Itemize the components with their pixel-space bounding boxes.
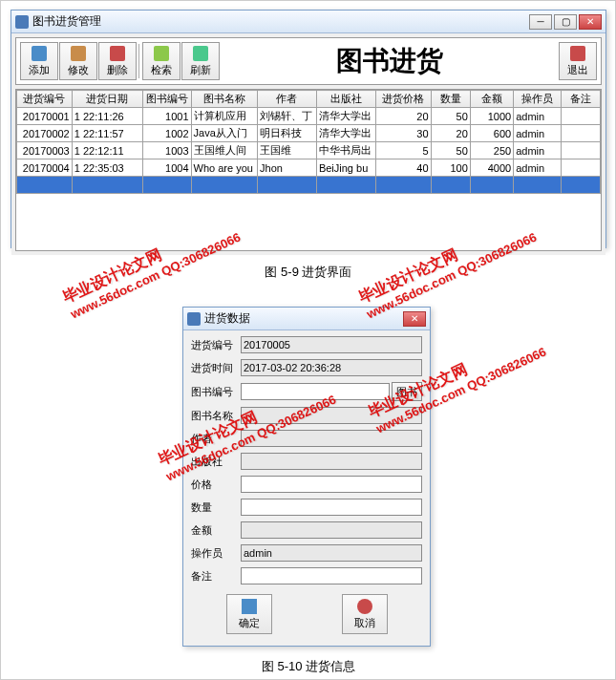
time-field	[241, 359, 422, 376]
edit-button[interactable]: 修改	[59, 42, 97, 80]
cell: Who are you	[191, 159, 257, 177]
cell: 清华大学出	[316, 108, 375, 125]
select-book-button[interactable]: 图书	[392, 382, 422, 401]
cell: 20170003	[17, 142, 73, 159]
table-row[interactable]: 201700031 22:12:111003王国维人间王国维中华书局出55025…	[17, 142, 601, 159]
save-icon	[242, 599, 257, 614]
cell: 20170002	[17, 125, 73, 142]
cell: 1 22:35:03	[72, 159, 142, 177]
column-header[interactable]: 操作员	[514, 91, 562, 108]
column-header[interactable]: 备注	[561, 91, 600, 108]
column-header[interactable]: 出版社	[316, 91, 375, 108]
bookid-label: 图书编号	[191, 385, 241, 399]
column-header[interactable]: 图书名称	[191, 91, 257, 108]
cell: 100	[431, 159, 470, 177]
cell: 1004	[143, 159, 192, 177]
bookname-label: 图书名称	[191, 409, 241, 423]
cell	[561, 108, 600, 125]
cell: 4000	[470, 159, 513, 177]
refresh-button[interactable]: 刷新	[181, 42, 220, 80]
column-header[interactable]: 进货编号	[17, 91, 73, 108]
close-button[interactable]: ✕	[579, 14, 602, 30]
id-label: 进货编号	[191, 338, 241, 352]
note-field[interactable]	[241, 567, 422, 584]
window-body: 添加 修改 删除 检索 刷新 图书进货 退出 进货编号进货日期图书编号图书名称作…	[11, 33, 605, 255]
cell: 20	[375, 108, 431, 125]
main-window: 图书进货管理 ─ ▢ ✕ 添加 修改 删除 检索 刷新 图书进货 退出 进货编号…	[11, 10, 606, 248]
cell: admin	[514, 125, 562, 142]
column-header[interactable]: 金额	[470, 91, 513, 108]
operator-label: 操作员	[191, 546, 241, 561]
cell: 50	[431, 108, 470, 125]
add-button[interactable]: 添加	[20, 42, 58, 80]
column-header[interactable]: 作者	[258, 91, 317, 108]
price-label: 价格	[191, 478, 241, 492]
qty-label: 数量	[191, 500, 241, 515]
ok-label: 确定	[239, 616, 260, 630]
cell: Java从入门	[191, 125, 257, 142]
dialog-body: 进货编号 进货时间 图书编号图书 图书名称 作者 出版社 价格 数量 金额 操作…	[183, 330, 430, 640]
toolbar: 添加 修改 删除 检索 刷新 图书进货 退出	[15, 37, 602, 85]
search-icon	[154, 46, 169, 61]
cell: 5	[375, 142, 431, 159]
maximize-button[interactable]: ▢	[554, 14, 577, 30]
add-icon	[32, 46, 47, 61]
dialog-titlebar: 进货数据 ✕	[183, 308, 430, 330]
search-button[interactable]: 检索	[142, 42, 181, 80]
cell: 刘锡轩、丁	[258, 108, 317, 125]
cell: admin	[514, 108, 562, 125]
cell: 中华书局出	[316, 142, 375, 159]
dialog-title: 进货数据	[204, 310, 403, 327]
cell: admin	[514, 142, 562, 159]
selected-row[interactable]	[17, 177, 601, 194]
dialog-icon	[187, 312, 201, 326]
data-grid[interactable]: 进货编号进货日期图书编号图书名称作者出版社进货价格数量金额操作员备注 20170…	[15, 89, 602, 251]
bookid-field[interactable]	[241, 383, 390, 400]
column-header[interactable]: 进货日期	[72, 91, 142, 108]
table-row[interactable]: 201700011 22:11:261001计算机应用刘锡轩、丁清华大学出205…	[17, 108, 601, 125]
cell: admin	[514, 159, 562, 177]
delete-label: 删除	[107, 63, 128, 77]
cancel-button[interactable]: 取消	[342, 594, 388, 634]
cell: 王国维	[258, 142, 317, 159]
bookname-field	[241, 407, 422, 424]
delete-button[interactable]: 删除	[98, 42, 137, 80]
cell: 1 22:11:26	[72, 108, 142, 125]
cell: 50	[431, 142, 470, 159]
figure-caption-1: 图 5-9 进货界面	[213, 264, 404, 281]
cell: 40	[375, 159, 431, 177]
edit-label: 修改	[68, 63, 89, 77]
column-header[interactable]: 数量	[431, 91, 470, 108]
exit-icon	[570, 46, 585, 61]
table-row[interactable]: 201700041 22:35:031004Who are youJhonBei…	[17, 159, 601, 177]
titlebar: 图书进货管理 ─ ▢ ✕	[11, 11, 605, 33]
cell: 30	[375, 125, 431, 142]
time-label: 进货时间	[191, 361, 241, 375]
cell: 20170001	[17, 108, 73, 125]
author-field	[241, 430, 422, 447]
edit-icon	[71, 46, 86, 61]
minimize-button[interactable]: ─	[529, 14, 552, 30]
column-header[interactable]: 图书编号	[143, 91, 192, 108]
publisher-label: 出版社	[191, 455, 241, 469]
exit-label: 退出	[567, 63, 588, 77]
exit-button[interactable]: 退出	[559, 42, 597, 80]
cell	[561, 159, 600, 177]
app-icon	[15, 15, 29, 29]
window-controls: ─ ▢ ✕	[529, 14, 602, 30]
price-field[interactable]	[241, 476, 422, 493]
column-header[interactable]: 进货价格	[375, 91, 431, 108]
cell: 1001	[143, 108, 192, 125]
qty-field[interactable]	[241, 499, 422, 516]
cell: 20	[431, 125, 470, 142]
publisher-field	[241, 453, 422, 470]
total-label: 金额	[191, 523, 241, 538]
dialog-close-button[interactable]: ✕	[403, 311, 426, 327]
author-label: 作者	[191, 432, 241, 446]
figure-caption-2: 图 5-10 进货信息	[213, 658, 404, 675]
toolbar-divider	[138, 44, 140, 78]
page-title: 图书进货	[220, 43, 559, 79]
table-row[interactable]: 201700021 22:11:571002Java从入门明日科技清华大学出30…	[17, 125, 601, 142]
ok-button[interactable]: 确定	[226, 594, 272, 634]
operator-field	[241, 544, 422, 562]
